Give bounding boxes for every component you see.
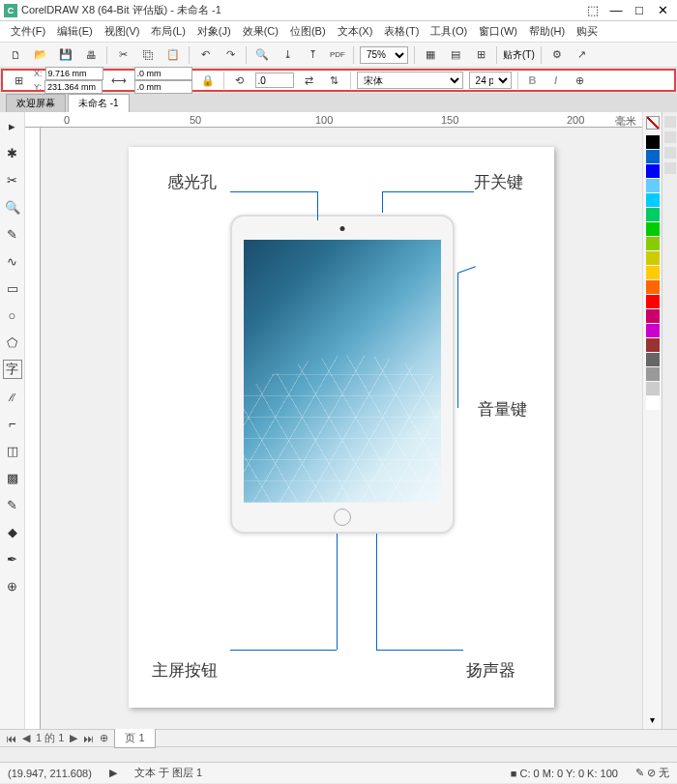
color-swatch[interactable] (646, 135, 660, 149)
add-tool-icon[interactable]: ⊕ (3, 576, 22, 595)
color-swatch[interactable] (646, 367, 660, 381)
import-icon[interactable]: ⤓ (278, 45, 297, 65)
crop-tool-icon[interactable]: ✂ (3, 170, 22, 189)
color-swatch[interactable] (646, 295, 660, 308)
color-swatch[interactable] (646, 382, 660, 395)
cut-icon[interactable]: ✂ (113, 45, 132, 65)
menu-file[interactable]: 文件(F) (6, 22, 50, 41)
menu-view[interactable]: 视图(V) (100, 22, 145, 41)
color-swatch[interactable] (646, 237, 660, 250)
outline-tool-icon[interactable]: ✒ (3, 549, 22, 568)
color-swatch[interactable] (646, 338, 660, 352)
fontsize-select[interactable]: 24 pt (469, 72, 512, 89)
page-first-icon[interactable]: ⏮ (6, 733, 16, 744)
artistic-tool-icon[interactable]: ∿ (3, 251, 22, 271)
close-button[interactable]: ✕ (652, 2, 673, 19)
add-icon[interactable]: ⊕ (571, 71, 590, 90)
y-input[interactable] (44, 80, 103, 94)
italic-button[interactable]: I (547, 72, 565, 89)
lock-icon[interactable]: 🔒 (198, 71, 218, 90)
shape-tool-icon[interactable]: ✱ (3, 143, 22, 162)
page-next-icon[interactable]: ▶ (70, 732, 77, 744)
docker-icon[interactable] (664, 116, 676, 128)
color-swatch[interactable] (646, 266, 660, 279)
save-icon[interactable]: 💾 (56, 45, 75, 65)
menu-buy[interactable]: 购买 (572, 22, 603, 41)
snap-label[interactable]: 贴齐(T) (503, 48, 535, 62)
pdf-icon[interactable]: PDF (328, 45, 347, 65)
w-input[interactable] (134, 67, 192, 80)
docker-icon[interactable] (664, 147, 676, 159)
color-swatch[interactable] (646, 208, 660, 221)
nav-icon[interactable]: ▶ (109, 767, 117, 779)
export-icon[interactable]: ⤒ (303, 45, 322, 65)
connector-tool-icon[interactable]: ⌐ (3, 414, 22, 433)
guides-icon[interactable]: ⊞ (471, 45, 490, 65)
page-add-icon[interactable]: ⊕ (100, 732, 108, 744)
open-icon[interactable]: 📂 (31, 45, 50, 65)
color-swatch[interactable] (646, 222, 660, 236)
redo-icon[interactable]: ↷ (221, 45, 240, 65)
ellipse-tool-icon[interactable]: ○ (3, 305, 22, 325)
page-tab[interactable]: 页 1 (114, 728, 155, 748)
menu-help[interactable]: 帮助(H) (524, 22, 570, 41)
menu-layout[interactable]: 布局(L) (146, 22, 190, 41)
effects-tool-icon[interactable]: ◫ (3, 441, 22, 460)
menu-table[interactable]: 表格(T) (379, 22, 424, 41)
canvas[interactable]: 感光孔 开关键 音量键 主屏按钮 扬声器 (41, 128, 642, 729)
pin-icon[interactable]: ⬚ (582, 2, 603, 19)
new-icon[interactable]: 🗋 (6, 45, 25, 65)
launch-icon[interactable]: ↗ (573, 45, 592, 65)
text-tool-icon[interactable]: 字 (3, 360, 22, 379)
options-icon[interactable]: ⚙ (547, 45, 567, 65)
mirror-h-icon[interactable]: ⇄ (300, 71, 319, 90)
x-input[interactable] (45, 67, 103, 80)
docker-icon[interactable] (664, 162, 676, 174)
rotation-input[interactable] (255, 73, 294, 88)
menu-object[interactable]: 对象(J) (192, 22, 236, 41)
color-swatch[interactable] (646, 309, 660, 323)
tab-welcome[interactable]: 欢迎屏幕 (6, 94, 66, 112)
docker-icon[interactable] (664, 131, 676, 143)
h-input[interactable] (134, 80, 192, 94)
menu-text[interactable]: 文本(X) (333, 22, 378, 41)
mirror-v-icon[interactable]: ⇅ (325, 71, 344, 90)
zoom-select[interactable]: 75% (360, 46, 408, 64)
tab-document[interactable]: 未命名 -1 (68, 94, 130, 112)
maximize-button[interactable]: □ (629, 2, 650, 19)
page-last-icon[interactable]: ⏭ (83, 733, 94, 744)
undo-icon[interactable]: ↶ (195, 45, 215, 65)
color-swatch[interactable] (646, 150, 660, 163)
color-swatch[interactable] (646, 193, 660, 207)
fill-tool-icon[interactable]: ◆ (3, 522, 22, 541)
eyedropper-tool-icon[interactable]: ✎ (3, 495, 22, 514)
menu-effects[interactable]: 效果(C) (238, 22, 283, 41)
parallel-tool-icon[interactable]: ⫽ (3, 387, 22, 406)
search-icon[interactable]: 🔍 (252, 45, 272, 65)
copy-icon[interactable]: ⿻ (138, 45, 158, 65)
no-color-swatch[interactable] (646, 116, 660, 130)
print-icon[interactable]: 🖶 (81, 45, 101, 65)
zoom-tool-icon[interactable]: 🔍 (3, 197, 22, 217)
grid-icon[interactable]: ▤ (446, 45, 465, 65)
menu-window[interactable]: 窗口(W) (474, 22, 522, 41)
color-swatch[interactable] (646, 280, 660, 294)
menu-edit[interactable]: 编辑(E) (52, 22, 98, 41)
freehand-tool-icon[interactable]: ✎ (3, 224, 22, 244)
page-prev-icon[interactable]: ◀ (22, 732, 30, 744)
paste-icon[interactable]: 📋 (163, 45, 183, 65)
color-swatch[interactable] (646, 251, 660, 265)
rectangle-tool-icon[interactable]: ▭ (3, 278, 22, 298)
minimize-button[interactable]: — (605, 2, 627, 19)
fullscreen-icon[interactable]: ▦ (421, 45, 440, 65)
transparency-tool-icon[interactable]: ▩ (3, 468, 22, 487)
pick-tool-icon[interactable]: ▸ (3, 116, 22, 135)
polygon-tool-icon[interactable]: ⬠ (3, 333, 22, 352)
bold-button[interactable]: B (524, 72, 542, 89)
menu-tools[interactable]: 工具(O) (426, 22, 472, 41)
color-swatch[interactable] (646, 353, 660, 366)
palette-scroll-icon[interactable]: ▾ (646, 711, 659, 729)
color-swatch[interactable] (646, 396, 660, 410)
color-swatch[interactable] (646, 179, 660, 192)
hscrollbar[interactable] (0, 746, 677, 762)
